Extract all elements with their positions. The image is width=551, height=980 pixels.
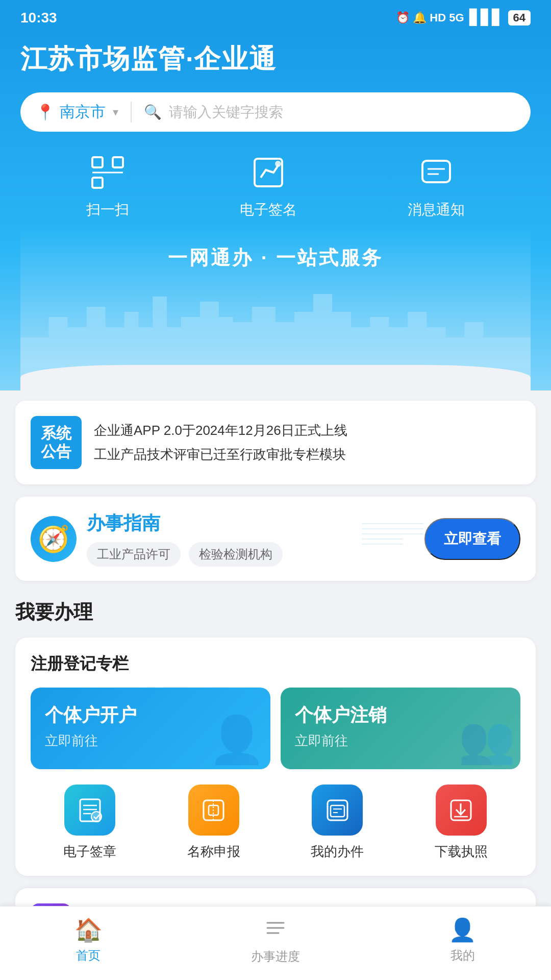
battery-icon: 64 bbox=[508, 10, 531, 26]
small-action-grid: 电子签章 名称申报 bbox=[31, 785, 520, 861]
name-apply-label: 名称申报 bbox=[187, 843, 240, 861]
my-affairs-label: 我的办件 bbox=[311, 843, 364, 861]
nav-mine[interactable]: 👤 我的 bbox=[448, 917, 477, 965]
esign-icon bbox=[248, 152, 289, 193]
svg-rect-1 bbox=[113, 157, 123, 167]
guide-tag-2: 检验检测机构 bbox=[189, 542, 283, 567]
service-card-registration: 注册登记专栏 个体户开户 立即前往 👤 个体户注销 立即前往 👥 bbox=[15, 638, 536, 876]
search-bar[interactable]: 📍 南京市 ▾ 🔍 请输入关键字搜索 bbox=[20, 92, 531, 132]
announcement-badge: 系统 公告 bbox=[31, 416, 82, 469]
svg-rect-6 bbox=[422, 161, 450, 182]
mine-icon: 👤 bbox=[448, 917, 477, 943]
name-apply-icon bbox=[188, 785, 239, 836]
chevron-down-icon: ▾ bbox=[113, 106, 118, 119]
my-affairs-action[interactable]: 我的办件 bbox=[278, 785, 397, 861]
skyline-decoration bbox=[20, 286, 531, 368]
notify-icon bbox=[416, 152, 457, 193]
main-content: 系统 公告 企业通APP 2.0于2024年12月26日正式上线工业产品技术评审… bbox=[0, 401, 551, 980]
eseal-action[interactable]: 电子签章 bbox=[31, 785, 149, 861]
quick-actions: 扫一扫 电子签名 消息通知 bbox=[20, 152, 531, 230]
progress-icon bbox=[264, 917, 287, 944]
svg-rect-0 bbox=[92, 157, 103, 167]
nav-progress-label: 办事进度 bbox=[251, 948, 300, 965]
open-account-decor: 👤 bbox=[208, 713, 265, 767]
service-card-title: 注册登记专栏 bbox=[31, 653, 520, 675]
notify-label: 消息通知 bbox=[408, 200, 465, 219]
announcement-text: 企业通APP 2.0于2024年12月26日正式上线工业产品技术评审已迁至行政审… bbox=[94, 419, 347, 467]
nav-home[interactable]: 🏠 首页 bbox=[74, 917, 103, 965]
guide-banner[interactable]: 🧭 办事指南 工业产品许可 检验检测机构 立即查看 bbox=[15, 497, 536, 581]
location-selector[interactable]: 📍 南京市 ▾ bbox=[36, 102, 132, 122]
guide-tag-1: 工业产品许可 bbox=[87, 542, 181, 567]
esign-label: 电子签名 bbox=[240, 200, 297, 219]
scan-icon bbox=[87, 152, 128, 193]
nav-progress[interactable]: 办事进度 bbox=[251, 917, 300, 965]
svg-marker-9 bbox=[20, 294, 531, 368]
svg-rect-24 bbox=[331, 805, 344, 817]
search-icon: 🔍 bbox=[144, 104, 162, 120]
nav-mine-label: 我的 bbox=[450, 947, 475, 964]
banner-area: 一网通办 · 一站式服务 bbox=[20, 230, 531, 390]
compass-icon: 🧭 bbox=[31, 516, 77, 562]
guide-decoration bbox=[362, 519, 423, 559]
announcement-card: 系统 公告 企业通APP 2.0于2024年12月26日正式上线工业产品技术评审… bbox=[15, 401, 536, 484]
status-right: ⏰ 🔔 HD 5G ▋▋▋ 64 bbox=[396, 9, 531, 26]
cancel-account-decor: 👥 bbox=[458, 713, 515, 767]
quick-action-notify[interactable]: 消息通知 bbox=[408, 152, 465, 219]
status-bar: 10:33 ⏰ 🔔 HD 5G ▋▋▋ 64 bbox=[0, 0, 551, 31]
app-title: 江苏市场监管·企业通 bbox=[20, 31, 531, 92]
svg-point-5 bbox=[275, 161, 281, 167]
signal-icon: ▋▋▋ bbox=[469, 9, 503, 26]
download-license-label: 下载执照 bbox=[435, 843, 488, 861]
download-license-icon bbox=[436, 785, 487, 836]
big-action-buttons: 个体户开户 立即前往 👤 个体户注销 立即前往 👥 bbox=[31, 688, 520, 769]
status-icons: ⏰ 🔔 HD 5G bbox=[396, 11, 464, 24]
search-input[interactable]: 🔍 请输入关键字搜索 bbox=[132, 103, 515, 122]
bottom-navigation: 🏠 首页 办事进度 👤 我的 bbox=[0, 906, 551, 980]
eseal-label: 电子签章 bbox=[63, 843, 116, 861]
section-title: 我要办理 bbox=[15, 599, 536, 625]
location-text: 南京市 bbox=[60, 102, 106, 122]
guide-view-button[interactable]: 立即查看 bbox=[424, 518, 520, 560]
my-affairs-icon bbox=[312, 785, 363, 836]
quick-action-esign[interactable]: 电子签名 bbox=[240, 152, 297, 219]
location-pin-icon: 📍 bbox=[36, 103, 55, 121]
nav-home-label: 首页 bbox=[76, 947, 101, 964]
eseal-icon bbox=[64, 785, 115, 836]
name-apply-action[interactable]: 名称申报 bbox=[155, 785, 273, 861]
cancel-account-button[interactable]: 个体户注销 立即前往 👥 bbox=[281, 688, 520, 769]
quick-action-scan[interactable]: 扫一扫 bbox=[86, 152, 129, 219]
svg-rect-2 bbox=[92, 178, 103, 188]
home-icon: 🏠 bbox=[74, 917, 103, 943]
wave-divider bbox=[20, 365, 531, 390]
scan-label: 扫一扫 bbox=[86, 200, 129, 219]
open-account-button[interactable]: 个体户开户 立即前往 👤 bbox=[31, 688, 270, 769]
download-license-action[interactable]: 下载执照 bbox=[402, 785, 521, 861]
status-time: 10:33 bbox=[20, 10, 57, 26]
banner-tagline: 一网通办 · 一站式服务 bbox=[20, 235, 531, 286]
search-placeholder: 请输入关键字搜索 bbox=[169, 103, 283, 122]
header: 江苏市场监管·企业通 📍 南京市 ▾ 🔍 请输入关键字搜索 扫一扫 bbox=[0, 31, 551, 390]
svg-point-19 bbox=[91, 812, 102, 822]
